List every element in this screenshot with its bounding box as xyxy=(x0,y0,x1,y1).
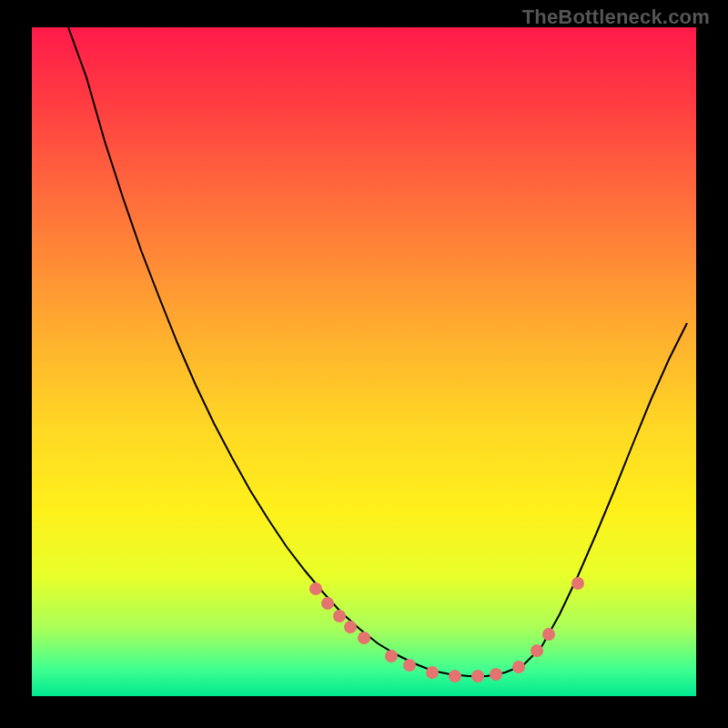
highlight-dot xyxy=(449,670,461,682)
chart-svg xyxy=(32,27,696,696)
highlight-dot xyxy=(344,621,357,633)
highlight-dots-group xyxy=(309,577,584,682)
highlight-dot xyxy=(542,628,555,641)
highlight-dot xyxy=(321,597,334,610)
highlight-dot xyxy=(512,661,525,673)
highlight-dot xyxy=(385,650,398,662)
highlight-dot xyxy=(403,659,416,672)
highlight-dot xyxy=(490,668,502,681)
highlight-dot xyxy=(309,582,322,595)
bottleneck-curve xyxy=(68,27,687,676)
highlight-dot xyxy=(358,632,370,644)
watermark-text: TheBottleneck.com xyxy=(522,5,710,29)
chart-frame xyxy=(32,27,696,696)
highlight-dot xyxy=(531,644,543,657)
highlight-dot xyxy=(571,577,584,590)
highlight-dot xyxy=(333,610,346,622)
highlight-dot xyxy=(426,666,439,679)
highlight-dot xyxy=(471,670,484,682)
